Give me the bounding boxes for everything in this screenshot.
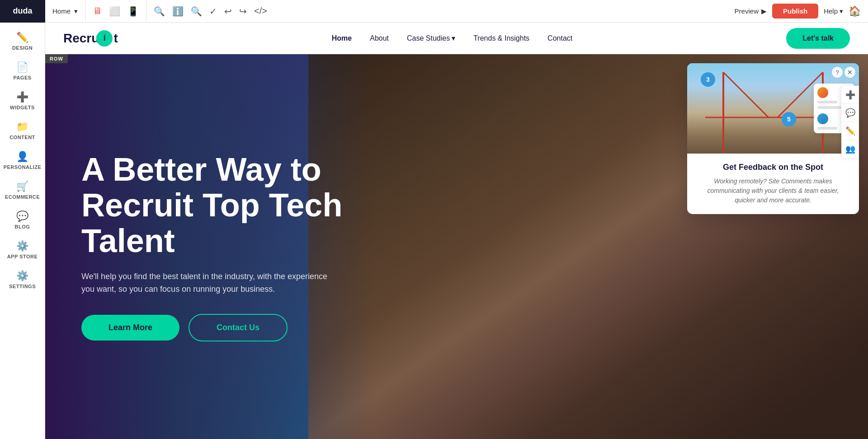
- nav-item-contact[interactable]: Contact: [547, 34, 572, 42]
- design-icon: ✏️: [16, 32, 28, 43]
- popup-body: Get Feedback on the Spot Working remotel…: [687, 154, 859, 214]
- chevron-down-icon: ▾: [840, 7, 843, 15]
- avatar: [817, 113, 828, 124]
- preview-label: Preview: [735, 7, 759, 15]
- duda-logo[interactable]: duda: [0, 0, 45, 23]
- row-badge: ROW: [45, 54, 68, 63]
- sidebar-item-label: PAGES: [13, 75, 31, 80]
- popup-badge-5: 5: [782, 112, 796, 126]
- tablet-icon[interactable]: ⬜: [109, 6, 120, 17]
- current-page: Home: [52, 7, 71, 15]
- site-logo[interactable]: Recru i t: [63, 30, 118, 47]
- chevron-down-icon: ▾: [452, 34, 455, 42]
- popup-badge-3: 3: [701, 72, 715, 87]
- sidebar-item-settings[interactable]: ⚙️ SETTINGS: [0, 266, 45, 294]
- sidebar-item-personalize[interactable]: 👤 PERSONALIZE: [0, 146, 45, 174]
- hero-title: A Better Way to Recruit Top Tech Talent: [81, 152, 342, 259]
- preview-button[interactable]: Preview ▶: [735, 7, 767, 15]
- popup-edit-icon[interactable]: ✏️: [841, 122, 859, 140]
- site-cta-button[interactable]: Let's talk: [786, 28, 850, 49]
- toolbar-right: Preview ▶ Publish Help ▾ 🏠: [727, 4, 868, 19]
- home-icon[interactable]: 🏠: [849, 5, 861, 17]
- search-icon[interactable]: 🔍: [154, 6, 165, 17]
- hero-buttons: Learn More Contact Us: [81, 314, 342, 341]
- sidebar-item-label: DESIGN: [12, 45, 33, 51]
- page-selector[interactable]: Home ▾: [45, 0, 85, 22]
- strip-line: [817, 101, 837, 103]
- blog-icon: 💬: [16, 210, 28, 222]
- settings-icon: ⚙️: [16, 270, 28, 282]
- sidebar-item-label: PERSONALIZE: [4, 164, 42, 170]
- sidebar-item-pages[interactable]: 📄 PAGES: [0, 57, 45, 85]
- popup-description: Working remotely? Site Comments makes co…: [698, 177, 848, 205]
- popup-people-icon[interactable]: 👥: [841, 140, 859, 158]
- main-content: Recru i t Home About Case Studies ▾ Tren…: [45, 23, 868, 439]
- sidebar-item-label: ECOMMERCE: [5, 194, 40, 200]
- sidebar-item-content[interactable]: 📁 CONTENT: [0, 117, 45, 145]
- logo-text: duda: [13, 6, 33, 16]
- code-icon[interactable]: </>: [254, 6, 267, 16]
- logo-text: Recru: [63, 31, 99, 46]
- popup-close-button[interactable]: ✕: [844, 67, 855, 78]
- appstore-icon: ⚙️: [16, 240, 28, 252]
- sidebar-item-label: APP STORE: [7, 254, 38, 259]
- popup-question-button[interactable]: ?: [832, 67, 843, 78]
- sidebar-item-appstore[interactable]: ⚙️ APP STORE: [0, 236, 45, 264]
- logo-dot: i: [96, 30, 113, 47]
- sidebar-item-label: CONTENT: [9, 135, 35, 140]
- strip-line: [817, 127, 837, 130]
- hero-subtitle: We'll help you find the best talent in t…: [81, 270, 330, 296]
- chevron-down-icon: ▾: [74, 7, 78, 15]
- info-icon[interactable]: ℹ️: [172, 6, 184, 17]
- mobile-icon[interactable]: 📱: [127, 6, 139, 17]
- popup-image: 3 5: [687, 63, 859, 154]
- widgets-icon: ➕: [16, 91, 28, 103]
- sidebar-item-label: BLOG: [15, 224, 30, 229]
- nav-item-trends[interactable]: Trends & Insights: [473, 34, 529, 42]
- nav-item-case-studies[interactable]: Case Studies ▾: [407, 34, 455, 42]
- hero-section: ROW A Better Way to Recruit Top Tech Tal…: [45, 54, 868, 439]
- device-switcher: 🖥 ⬜ 📱: [85, 0, 146, 22]
- logo-text-end: t: [113, 31, 118, 46]
- pages-icon: 📄: [16, 61, 28, 73]
- sidebar: ✏️ DESIGN 📄 PAGES ➕ WIDGETS 📁 CONTENT 👤 …: [0, 23, 45, 439]
- hero-content: A Better Way to Recruit Top Tech Talent …: [81, 152, 342, 341]
- sidebar-item-label: WIDGETS: [10, 105, 35, 110]
- check-icon[interactable]: ✓: [209, 6, 217, 17]
- website-preview: Recru i t Home About Case Studies ▾ Tren…: [45, 23, 868, 439]
- nav-item-home[interactable]: Home: [332, 34, 352, 42]
- site-navbar: Recru i t Home About Case Studies ▾ Tren…: [45, 23, 868, 54]
- sidebar-item-design[interactable]: ✏️ DESIGN: [0, 27, 45, 55]
- play-icon: ▶: [761, 7, 767, 15]
- personalize-icon: 👤: [16, 151, 28, 163]
- ecommerce-icon: 🛒: [16, 181, 28, 192]
- content-icon: 📁: [16, 121, 28, 133]
- site-nav: Home About Case Studies ▾ Trends & Insig…: [332, 34, 572, 42]
- avatar: [817, 87, 828, 98]
- sidebar-item-widgets[interactable]: ➕ WIDGETS: [0, 87, 45, 115]
- feedback-popup: ? ✕ 3: [687, 63, 859, 214]
- help-button[interactable]: Help ▾: [824, 7, 843, 15]
- popup-add-icon[interactable]: ➕: [841, 86, 859, 104]
- undo-icon[interactable]: ↩: [224, 6, 232, 17]
- toolbar-actions: 🔍 ℹ️ 🔍 ✓ ↩ ↪ </>: [146, 6, 727, 17]
- popup-title: Get Feedback on the Spot: [698, 163, 848, 172]
- redo-icon[interactable]: ↪: [239, 6, 247, 17]
- sidebar-item-ecommerce[interactable]: 🛒 ECOMMERCE: [0, 176, 45, 204]
- desktop-icon[interactable]: 🖥: [93, 6, 102, 16]
- publish-button[interactable]: Publish: [772, 4, 818, 19]
- learn-more-button[interactable]: Learn More: [81, 315, 179, 341]
- popup-side-icons: ➕ 💬 ✏️ 👥: [841, 86, 859, 158]
- zoom-icon[interactable]: 🔍: [191, 6, 202, 17]
- popup-comment-icon[interactable]: 💬: [841, 104, 859, 122]
- contact-us-button[interactable]: Contact Us: [189, 314, 288, 341]
- nav-item-about[interactable]: About: [370, 34, 389, 42]
- sidebar-item-label: SETTINGS: [9, 284, 36, 289]
- toolbar: duda Home ▾ 🖥 ⬜ 📱 🔍 ℹ️ 🔍 ✓ ↩ ↪ </> Previ…: [0, 0, 868, 23]
- sidebar-item-blog[interactable]: 💬 BLOG: [0, 206, 45, 234]
- svg-line-0: [723, 72, 769, 117]
